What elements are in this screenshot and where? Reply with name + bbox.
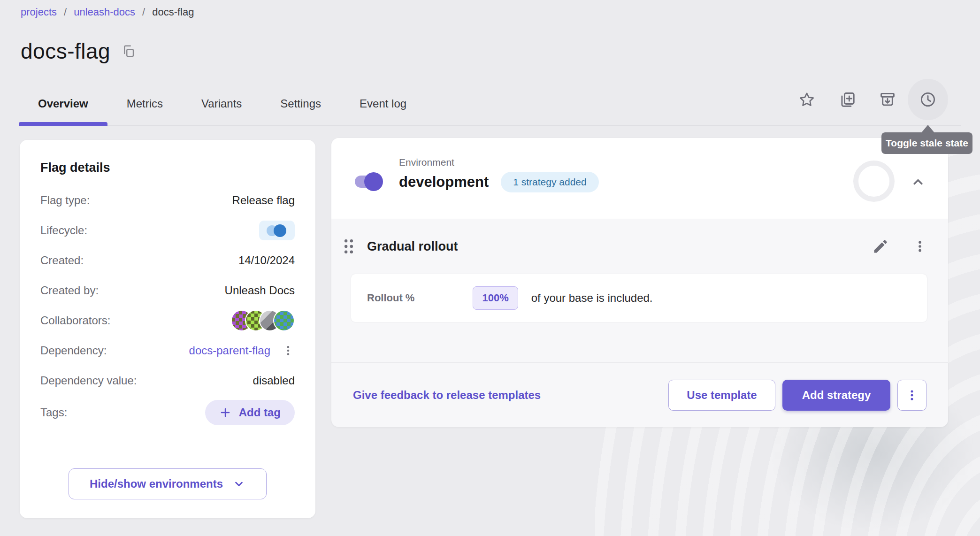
breadcrumb-current: docs-flag: [152, 6, 194, 18]
breadcrumb-separator: /: [64, 6, 67, 18]
environment-card: Environment development 1 strategy added: [331, 138, 948, 427]
breadcrumb-separator: /: [142, 6, 145, 18]
environment-toggle[interactable]: [355, 176, 380, 188]
flag-type-label: Flag type:: [40, 194, 90, 207]
breadcrumb-projects[interactable]: projects: [21, 6, 57, 18]
tab-variants[interactable]: Variants: [182, 83, 261, 125]
clock-icon: [919, 91, 937, 108]
stale-state-tooltip: Toggle stale state: [881, 132, 972, 154]
toggle-thumb: [364, 172, 383, 191]
tab-metrics[interactable]: Metrics: [107, 83, 182, 125]
rollout-description: of your base is included.: [531, 291, 653, 305]
environment-header: Environment development 1 strategy added: [331, 138, 948, 219]
metrics-ring: [853, 161, 895, 202]
tab-event-log[interactable]: Event log: [340, 83, 426, 125]
add-tag-label: Add tag: [239, 406, 281, 419]
add-tag-button[interactable]: Add tag: [205, 400, 295, 425]
created-by-label: Created by:: [40, 284, 99, 297]
archive-icon: [879, 91, 896, 108]
dependency-value-group: docs-parent-flag: [189, 344, 295, 357]
footer-kebab-button[interactable]: [897, 380, 926, 411]
rollout-label: Rollout %: [367, 292, 414, 304]
tab-overview[interactable]: Overview: [19, 83, 107, 125]
page-header: docs-flag: [21, 38, 136, 64]
hide-show-environments-button[interactable]: Hide/show environments: [69, 468, 267, 499]
flag-actions-toolbar: [787, 79, 948, 120]
tab-settings[interactable]: Settings: [261, 83, 340, 125]
collaborator-avatars: [231, 310, 295, 331]
clone-flag-button[interactable]: [827, 79, 867, 120]
favorite-button[interactable]: [787, 79, 827, 120]
strategy-section: Gradual rollout Rollout % 100% of your b…: [331, 219, 948, 362]
dependency-kebab-icon[interactable]: [282, 344, 295, 357]
add-strategy-button[interactable]: Add strategy: [782, 380, 890, 411]
tags-row: Tags: Add tag: [20, 396, 315, 429]
lifecycle-row: Lifecycle:: [20, 215, 315, 245]
flag-details-rows: Flag type: Release flag Lifecycle: Creat…: [20, 185, 315, 429]
flag-details-card: Flag details Flag type: Release flag Lif…: [20, 140, 315, 518]
collapse-environment-button[interactable]: [905, 169, 931, 195]
footer-buttons: Use template Add strategy: [668, 380, 926, 411]
created-by-value: Unleash Docs: [225, 284, 295, 297]
dependency-flag-link[interactable]: docs-parent-flag: [189, 344, 270, 357]
edit-strategy-button[interactable]: [872, 238, 889, 255]
created-label: Created:: [40, 254, 84, 267]
plus-icon: [219, 406, 231, 419]
environment-name: development: [399, 174, 489, 191]
strategy-title: Gradual rollout: [367, 239, 458, 254]
dependency-value-label: Dependency value:: [40, 374, 137, 387]
flag-type-value: Release flag: [232, 194, 295, 207]
release-templates-feedback-link[interactable]: Give feedback to release templates: [353, 389, 541, 402]
created-by-row: Created by: Unleash Docs: [20, 276, 315, 306]
lifecycle-label: Lifecycle:: [40, 224, 87, 237]
collaborators-label: Collaborators:: [40, 314, 110, 327]
strategy-actions: [872, 238, 927, 255]
strategy-kebab-icon[interactable]: [912, 239, 927, 254]
dependency-label: Dependency:: [40, 344, 107, 357]
environment-name-row: development 1 strategy added: [399, 172, 599, 192]
breadcrumb-project-name[interactable]: unleash-docs: [74, 6, 135, 18]
kebab-icon: [905, 388, 919, 402]
strategy-count-badge: 1 strategy added: [501, 172, 598, 192]
created-value: 14/10/2024: [238, 254, 295, 267]
use-template-button[interactable]: Use template: [668, 380, 775, 411]
dependency-value-value: disabled: [253, 374, 295, 387]
breadcrumb: projects / unleash-docs / docs-flag: [21, 6, 194, 18]
hide-show-environments-label: Hide/show environments: [90, 477, 223, 490]
flag-details-title: Flag details: [40, 161, 295, 175]
environment-label: Environment: [399, 157, 454, 168]
lifecycle-live-dot: [274, 224, 286, 237]
rollout-summary-card: Rollout % 100% of your base is included.: [351, 274, 927, 322]
flag-type-row: Flag type: Release flag: [20, 185, 315, 215]
strategy-header: Gradual rollout: [331, 219, 948, 274]
copy-name-icon[interactable]: [122, 44, 136, 58]
drag-handle-icon[interactable]: [337, 237, 360, 255]
rollout-percentage-chip: 100%: [473, 286, 518, 310]
chevron-up-icon: [910, 174, 926, 190]
dependency-row: Dependency: docs-parent-flag: [20, 336, 315, 366]
collaborators-row: Collaborators:: [20, 306, 315, 336]
created-row: Created: 14/10/2024: [20, 245, 315, 276]
star-icon: [798, 91, 815, 108]
clone-icon: [838, 91, 856, 108]
archive-flag-button[interactable]: [867, 79, 908, 120]
lifecycle-live-badge[interactable]: [259, 221, 295, 240]
chevron-down-icon: [232, 477, 245, 490]
page-title: docs-flag: [21, 38, 110, 64]
tags-label: Tags:: [40, 406, 67, 419]
avatar[interactable]: [273, 310, 295, 331]
environment-footer: Give feedback to release templates Use t…: [331, 362, 948, 427]
toggle-stale-button[interactable]: [908, 79, 948, 120]
dependency-value-row: Dependency value: disabled: [20, 366, 315, 396]
